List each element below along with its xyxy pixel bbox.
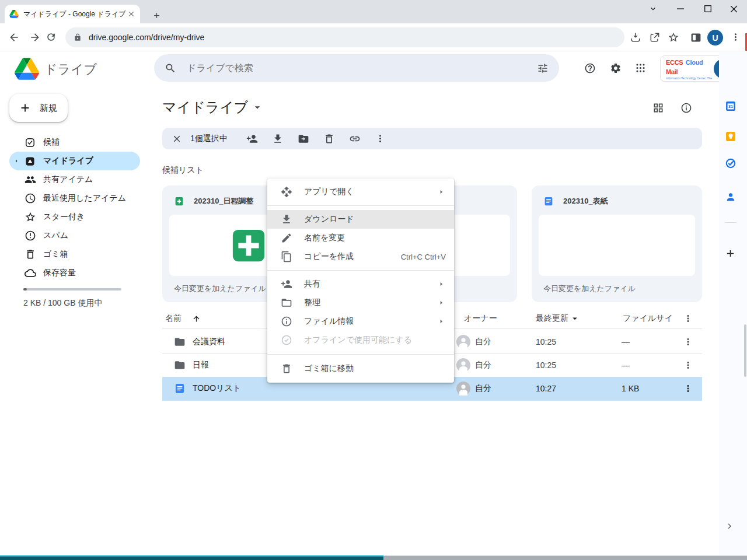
file-owner: 自分 [475, 377, 491, 400]
sidebar-item-recent[interactable]: 最近使用したアイテム [9, 189, 140, 208]
clear-selection-icon[interactable] [172, 134, 182, 144]
row-menu-icon[interactable] [683, 377, 693, 400]
drive-favicon [9, 10, 19, 18]
suggestions-heading[interactable]: 候補リスト [162, 165, 204, 176]
lock-icon[interactable] [74, 33, 82, 41]
scrollbar-thumb[interactable] [744, 324, 746, 377]
apps-grid-icon[interactable] [635, 62, 646, 74]
sidebar-item-starred[interactable]: スター付き [9, 208, 140, 226]
tab-search-chevron-icon[interactable] [640, 0, 666, 18]
contacts-icon[interactable] [725, 191, 736, 203]
column-header-name[interactable]: 名前 [165, 309, 201, 328]
menu-item-organize[interactable]: 整理 [267, 293, 454, 312]
card-preview[interactable] [539, 215, 695, 276]
browser-menu-icon[interactable] [730, 32, 741, 43]
download-icon[interactable] [272, 133, 284, 145]
tab-strip: マイドライブ - Google ドライブ [0, 0, 747, 23]
bookmark-star-icon[interactable] [668, 32, 679, 43]
owner-avatar-icon [456, 377, 470, 400]
sidebar-item-trash[interactable]: ゴミ箱 [9, 245, 140, 264]
expand-chevron-icon[interactable] [13, 158, 20, 164]
tasks-icon[interactable] [725, 158, 736, 169]
address-bar[interactable] [65, 27, 624, 47]
forward-button[interactable] [29, 32, 41, 43]
share-icon[interactable] [649, 32, 661, 43]
window-maximize-button[interactable] [694, 0, 721, 18]
star-icon [25, 211, 36, 223]
sidebar-item-storage[interactable]: 保存容量 [9, 264, 140, 282]
selection-toolbar: 1個選択中 [162, 128, 702, 149]
column-header-modified[interactable]: 最終更新 [536, 309, 580, 328]
more-actions-icon[interactable] [375, 133, 386, 144]
shortcut-label: Ctrl+C Ctrl+V [401, 253, 446, 261]
menu-item-open-with[interactable]: アプリで開く [267, 183, 454, 201]
keep-icon[interactable] [725, 131, 736, 142]
suggestion-card-doc[interactable]: 202310_表紙 今日変更を加えたファイル [532, 186, 702, 302]
browser-tab[interactable]: マイドライブ - Google ドライブ [5, 5, 140, 23]
menu-divider [267, 354, 454, 355]
menu-item-download[interactable]: ダウンロード [267, 210, 454, 229]
offline-check-icon [281, 334, 292, 346]
browser-profile-avatar[interactable]: U [707, 30, 723, 46]
new-tab-button[interactable] [152, 11, 161, 20]
storage-progress-track [23, 288, 121, 290]
sidebar-item-shared[interactable]: 共有アイテム [9, 170, 140, 189]
window-minimize-button[interactable] [667, 0, 694, 18]
window-close-button[interactable] [720, 0, 747, 18]
bottom-strip-gray [383, 555, 747, 560]
rail-collapse-chevron-icon[interactable] [725, 522, 734, 531]
menu-item-rename[interactable]: 名前を変更 [267, 229, 454, 247]
menu-item-move-to-trash[interactable]: ゴミ箱に移動 [267, 359, 454, 378]
trash-icon [25, 249, 36, 260]
calendar-icon[interactable]: 31 [725, 100, 736, 112]
settings-gear-icon[interactable] [610, 62, 622, 74]
delete-icon[interactable] [323, 133, 335, 145]
plus-icon [19, 102, 32, 114]
get-link-icon[interactable] [349, 133, 361, 145]
page-title[interactable]: マイドライブ [162, 98, 263, 117]
info-icon [281, 316, 292, 327]
row-menu-icon[interactable] [683, 330, 693, 354]
help-icon[interactable] [584, 62, 596, 74]
menu-item-share[interactable]: 共有 [267, 275, 454, 293]
card-title: 202310_日程調整 [194, 196, 254, 206]
column-header-size[interactable]: ファイルサイ [623, 309, 673, 328]
menu-item-file-info[interactable]: ファイル情報 [267, 312, 454, 331]
sort-ascending-icon [192, 314, 201, 323]
spam-icon [25, 230, 36, 242]
tab-close-icon[interactable] [127, 10, 135, 18]
file-owner: 自分 [475, 354, 491, 377]
sidebar-item-my-drive[interactable]: マイドライブ [9, 152, 140, 170]
search-filter-icon[interactable] [537, 62, 549, 74]
owner-avatar-icon [456, 330, 470, 354]
url-input[interactable] [88, 32, 568, 43]
sidebar-item-suggestions[interactable]: 候補 [9, 133, 140, 152]
file-owner: 自分 [475, 330, 491, 354]
context-menu: アプリで開く ダウンロード 名前を変更 コピーを作成 Ctrl+C Ctrl+V [267, 178, 454, 383]
sort-descending-icon [570, 313, 580, 324]
clock-icon [25, 192, 36, 204]
sidebar-item-spam[interactable]: スパム [9, 226, 140, 245]
share-person-add-icon[interactable] [246, 133, 258, 145]
search-input[interactable] [186, 62, 537, 74]
reload-button[interactable] [46, 32, 57, 43]
new-button[interactable]: 新規 [9, 94, 68, 122]
side-panel-icon[interactable] [690, 32, 702, 44]
submenu-arrow-icon [437, 317, 446, 326]
details-info-icon[interactable] [680, 102, 692, 114]
bottom-strip-teal [0, 555, 383, 560]
grid-view-icon[interactable] [652, 102, 664, 114]
downloads-icon[interactable] [630, 32, 641, 43]
menu-item-make-copy[interactable]: コピーを作成 Ctrl+C Ctrl+V [267, 247, 454, 266]
sheets-file-icon [174, 196, 184, 206]
column-settings-icon[interactable] [683, 313, 693, 324]
file-size: 1 KB [622, 377, 639, 400]
column-header-owner[interactable]: オーナー [464, 309, 497, 328]
move-to-folder-icon[interactable] [298, 133, 309, 145]
search-bar[interactable] [154, 54, 559, 82]
rail-divider [725, 222, 736, 223]
search-icon[interactable] [165, 62, 176, 74]
back-button[interactable] [8, 32, 20, 43]
rail-add-icon[interactable] [725, 248, 736, 259]
row-menu-icon[interactable] [683, 354, 693, 377]
